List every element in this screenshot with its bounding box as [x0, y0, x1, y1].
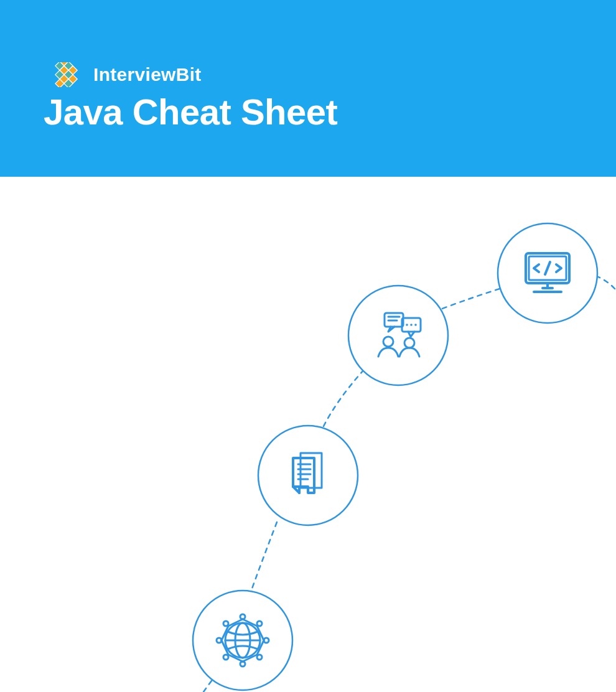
svg-point-28 — [258, 426, 358, 525]
svg-point-25 — [414, 324, 417, 326]
page-header: InterviewBit Java Cheat Sheet — [0, 0, 616, 177]
code-monitor-icon — [498, 223, 597, 323]
documents-icon — [258, 426, 358, 525]
svg-point-11 — [498, 223, 597, 323]
svg-point-18 — [348, 286, 448, 385]
brand-logo-icon — [44, 62, 85, 87]
decorative-graphic — [0, 177, 616, 692]
svg-point-23 — [406, 324, 408, 326]
page-title: Java Cheat Sheet — [44, 91, 616, 133]
globe-network-icon — [193, 591, 292, 690]
svg-point-24 — [410, 324, 413, 326]
brand-row: InterviewBit — [44, 62, 616, 87]
brand-name: InterviewBit — [93, 64, 202, 85]
conversation-icon — [348, 286, 448, 385]
